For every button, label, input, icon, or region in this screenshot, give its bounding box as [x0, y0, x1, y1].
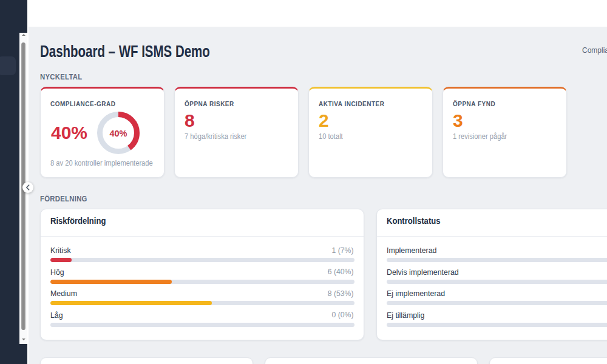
- svg-text:40%: 40%: [109, 128, 127, 138]
